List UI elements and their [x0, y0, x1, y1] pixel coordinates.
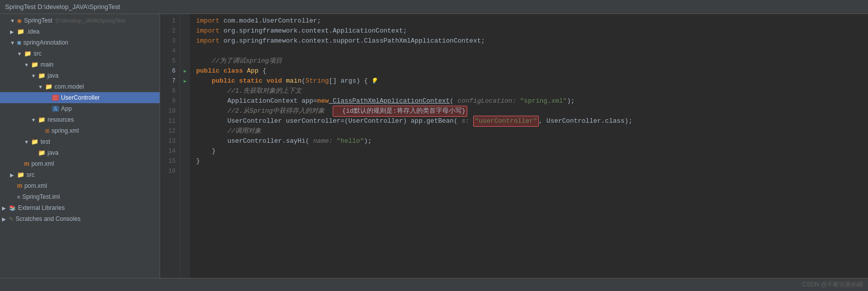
sidebar-item-springtest-iml[interactable]: ≡ SpringTest.iml — [0, 191, 160, 202]
code-line-16 — [196, 166, 862, 176]
usercontroller-label: UserController — [61, 94, 100, 101]
str-hello: "hello" — [337, 136, 364, 146]
arrow-icon: ▶ — [10, 29, 17, 35]
space — [220, 16, 224, 26]
sidebar-item-idea[interactable]: ▶ 📁 .idea — [0, 26, 160, 37]
java-folder-icon: 📁 — [38, 72, 46, 79]
src-label: src — [34, 50, 42, 57]
sidebar-item-com-model[interactable]: ▼ 📁 com.model — [0, 81, 160, 92]
java-label: java — [48, 72, 59, 79]
gutter-2 — [180, 26, 190, 36]
space — [243, 66, 247, 76]
gutter-15 — [180, 156, 190, 166]
code-line-4 — [196, 46, 862, 56]
sidebar-item-pom[interactable]: m pom.xml — [0, 180, 160, 191]
comment-8: //1.先获取对象的上下文 — [196, 86, 302, 96]
m-icon2: m — [24, 160, 30, 167]
sidebar-item-external-libraries[interactable]: ▶ 📚 External Libraries — [0, 202, 160, 213]
arrow-icon: ▼ — [10, 18, 17, 24]
src2-label: src — [27, 171, 35, 178]
gutter: ▶ ▶ — [180, 14, 190, 278]
classpathxml: ClassPathXmlApplicationContext — [329, 96, 450, 106]
code-line-9: ApplicationContext app= new ClassPathXml… — [196, 96, 862, 106]
sidebar-item-pom2[interactable]: m pom.xml — [0, 158, 160, 169]
scratches-icon: ✎ — [9, 216, 14, 222]
title-text: SpringTest D:\develop_JAVA\SpringTest — [5, 3, 120, 11]
arrow-icon: ▼ — [24, 62, 31, 68]
ln-6: 6 — [160, 66, 176, 76]
pom-label: pom.xml — [25, 182, 47, 189]
code-content: 1 2 3 4 5 6 7 8 9 10 11 12 13 14 15 16 — [160, 14, 868, 278]
sidebar-item-java2[interactable]: 📁 java — [0, 147, 160, 158]
arr: [] — [329, 76, 340, 86]
ln-8: 8 — [160, 86, 176, 96]
sidebar-item-app[interactable]: A App — [0, 103, 160, 114]
resources-folder-icon: 📁 — [38, 116, 46, 123]
arrow-icon: ▶ — [2, 205, 9, 211]
sidebar-item-java[interactable]: ▼ 📁 java — [0, 70, 160, 81]
arrow-icon: ▶ — [10, 172, 17, 178]
highlight-box-10: {id默认的规则是:将存入的类首字母小写} — [333, 106, 467, 117]
sidebar-item-test[interactable]: ▼ 📁 test — [0, 136, 160, 147]
gutter-11 — [180, 116, 190, 126]
code-line-5: //为了调试spring项目 — [196, 56, 862, 66]
space — [220, 36, 224, 46]
arrow-icon: ▶ — [2, 216, 9, 222]
main-folder-icon: 📁 — [31, 61, 39, 68]
kw-public-7: public — [196, 76, 235, 86]
ln-1: 1 — [160, 16, 176, 26]
paren-close: ) { — [356, 76, 368, 86]
arrow-icon: ▼ — [31, 117, 38, 123]
code-line-6: public class App { — [196, 66, 862, 76]
comment-5: //为了调试spring项目 — [196, 56, 282, 66]
arrow-icon: ▼ — [31, 73, 38, 79]
project-sidebar: ▼ ◉ SpringTest D:\develop_JAVA\SpringTes… — [0, 14, 160, 278]
project-icon: ◉ — [17, 18, 22, 24]
kw-void: void — [266, 76, 282, 86]
code-editor[interactable]: import com.model.UserController; import … — [190, 14, 868, 278]
gutter-1 — [180, 16, 190, 26]
sidebar-item-scratches[interactable]: ▶ ✎ Scratches and Consoles — [0, 213, 160, 224]
code-line-13: userController.sayHi( name: "hello" ); — [196, 136, 862, 146]
sidebar-item-spring-xml[interactable]: ⊞ spring.xml — [0, 125, 160, 136]
external-libraries-label: External Libraries — [18, 204, 65, 211]
import-path-3: org.springframework.context.support.Clas… — [224, 36, 485, 46]
sidebar-item-root[interactable]: ▼ ◉ SpringTest D:\develop_JAVA\SpringTes… — [0, 15, 160, 26]
idea-label: .idea — [27, 28, 40, 35]
code-9a: ApplicationContext app= — [196, 96, 317, 106]
code-11b: , UserController.class); — [539, 116, 632, 126]
xml-icon: ⊞ — [45, 128, 50, 134]
hint-lightbulb: 💡 — [371, 76, 378, 86]
paren: ( — [302, 76, 306, 86]
space — [263, 76, 267, 86]
sidebar-item-usercontroller[interactable]: C UserController — [0, 92, 160, 103]
code-line-14: } — [196, 146, 862, 156]
pkg-folder-icon: 📁 — [45, 83, 53, 90]
param-hint-9: configLocation: — [458, 96, 520, 106]
gutter-7[interactable]: ▶ — [180, 76, 190, 86]
sidebar-item-springAnnotation[interactable]: ▼ ■ springAnnotation — [0, 37, 160, 48]
ln-2: 2 — [160, 26, 176, 36]
sidebar-item-main[interactable]: ▼ 📁 main — [0, 59, 160, 70]
sidebar-item-src2[interactable]: ▶ 📁 src — [0, 169, 160, 180]
sidebar-item-src[interactable]: ▼ 📁 src — [0, 48, 160, 59]
line-numbers: 1 2 3 4 5 6 7 8 9 10 11 12 13 14 15 16 — [160, 14, 180, 278]
spring-xml-label: spring.xml — [52, 127, 79, 134]
ln-14: 14 — [160, 146, 176, 156]
main-content: ▼ ◉ SpringTest D:\develop_JAVA\SpringTes… — [0, 14, 868, 278]
sidebar-item-resources[interactable]: ▼ 📁 resources — [0, 114, 160, 125]
kw-string: String — [306, 76, 329, 86]
m-icon: m — [17, 182, 23, 189]
java2-folder-icon: 📁 — [38, 149, 46, 156]
kw-import-2: import — [196, 26, 220, 36]
ln-13: 13 — [160, 136, 176, 146]
gutter-13 — [180, 136, 190, 146]
editor-area: 1 2 3 4 5 6 7 8 9 10 11 12 13 14 15 16 — [160, 14, 868, 278]
iml-icon: ≡ — [17, 194, 20, 200]
project-label: SpringTest — [24, 17, 53, 24]
paren-9: ( — [450, 96, 458, 106]
ln-15: 15 — [160, 156, 176, 166]
gutter-6[interactable]: ▶ — [180, 66, 190, 76]
space — [282, 76, 286, 86]
space — [235, 76, 239, 86]
